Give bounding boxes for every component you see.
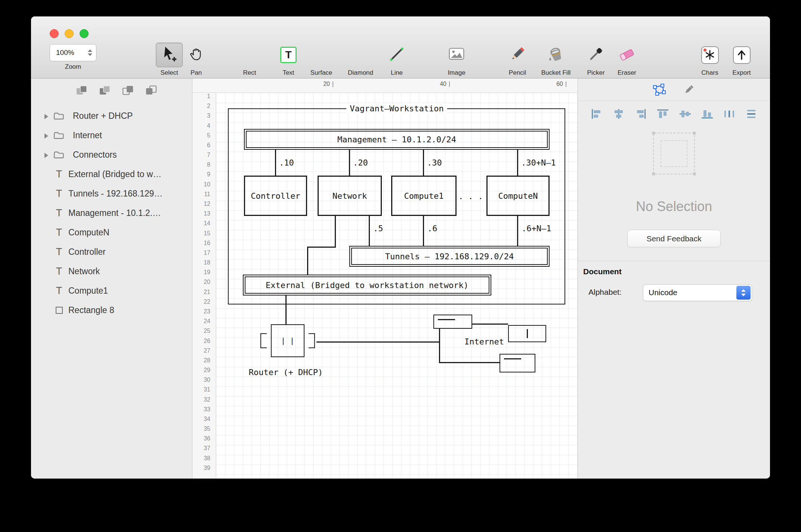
router-right-bracket	[309, 333, 315, 348]
window-controls	[50, 29, 89, 38]
bring-forward-icon[interactable]	[121, 84, 135, 96]
layer-item-router-dhcp[interactable]: Router + DHCP	[31, 106, 192, 126]
ip-label[interactable]: .6	[427, 223, 450, 233]
tool-bucket-fill-button[interactable]: Bucket Fill	[535, 43, 576, 77]
ip-label[interactable]: .5	[373, 223, 396, 233]
connector-line	[517, 150, 518, 176]
computen-box[interactable]: ComputeN	[486, 176, 550, 216]
ungroup-icon[interactable]	[98, 84, 112, 96]
tunnels-network-box[interactable]: Tunnels — 192.168.129.0/24	[349, 246, 550, 267]
layers-sidebar: Router + DHCPInternetConnectorsTExternal…	[31, 78, 192, 479]
send-backward-icon[interactable]	[145, 84, 158, 96]
tool-export-button[interactable]: Export	[726, 43, 757, 77]
zoom-control-group: 100% Zoom	[50, 44, 96, 71]
tool-label: Bucket Fill	[541, 69, 570, 77]
internet-label[interactable]: Internet	[456, 336, 512, 347]
folder-icon	[53, 131, 64, 141]
router-left-bracket	[260, 333, 267, 348]
ip-label[interactable]: .6+N—1	[522, 223, 566, 233]
tool-line-button[interactable]: Line	[381, 43, 412, 77]
layer-item-computen[interactable]: TComputeN	[31, 223, 192, 242]
layer-item-tunnels-192-168-129[interactable]: TTunnels - 192.168.129…	[31, 184, 192, 204]
internet-cloud-shape[interactable]	[433, 315, 472, 329]
ip-label[interactable]: .10	[279, 158, 320, 167]
disclosure-triangle-icon[interactable]	[44, 153, 48, 158]
zoom-window-button[interactable]	[80, 29, 89, 38]
controller-box[interactable]: Controller	[244, 176, 307, 216]
stepper-arrows-icon[interactable]	[88, 49, 92, 56]
tool-label: Surface	[310, 69, 333, 77]
tool-surface-button[interactable]: Surface	[306, 43, 337, 77]
align-left-icon[interactable]	[590, 108, 604, 120]
layer-item-network[interactable]: TNetwork	[31, 262, 192, 281]
group-icon[interactable]	[75, 84, 89, 96]
no-selection-illustration	[653, 133, 695, 174]
internet-cloud-shape[interactable]	[508, 325, 546, 342]
align-middle-vertical-icon[interactable]	[678, 108, 692, 120]
router-shape[interactable]: | |	[271, 324, 304, 357]
zoom-value: 100%	[56, 49, 88, 57]
tool-eraser-button[interactable]: Eraser	[611, 43, 643, 77]
layer-item-external-bridged-to-w[interactable]: TExternal (Bridged to w…	[31, 165, 192, 184]
tool-text-button[interactable]: TText	[273, 43, 304, 77]
tool-diamond-button[interactable]: Diamond	[345, 43, 376, 77]
layer-item-connectors[interactable]: Connectors	[31, 145, 192, 165]
layer-item-internet[interactable]: Internet	[31, 126, 192, 145]
tool-pan-button[interactable]: Pan	[180, 43, 212, 77]
connector-line	[517, 216, 518, 246]
connector-line	[316, 341, 440, 343]
layer-label: Compute1	[68, 286, 108, 296]
ip-label[interactable]: .30	[427, 158, 468, 167]
management-network-box[interactable]: Management — 10.1.2.0/24	[244, 129, 550, 150]
folder-icon	[53, 151, 64, 161]
alphabet-dropdown[interactable]: Unicode	[643, 284, 752, 301]
text-inspector-icon[interactable]	[681, 83, 697, 97]
toolbar: 100% Zoom SelectPanRectTTextSurfaceDiamo…	[31, 16, 770, 78]
layer-label: ComputeN	[68, 228, 109, 238]
tool-image-button[interactable]: Image	[441, 43, 472, 77]
disclosure-triangle-icon[interactable]	[44, 133, 48, 139]
connector-line	[275, 150, 276, 176]
layer-label: Connectors	[73, 150, 117, 160]
send-feedback-button[interactable]: Send Feedback	[627, 230, 721, 247]
layer-item-compute1[interactable]: TCompute1	[31, 281, 192, 301]
compute1-box[interactable]: Compute1	[391, 176, 457, 216]
tool-chars-button[interactable]: Chars	[694, 43, 726, 77]
minimize-window-button[interactable]	[65, 29, 74, 38]
tool-picker-button[interactable]: Picker	[580, 43, 612, 77]
tool-label: Select	[160, 69, 178, 77]
external-network-box[interactable]: External (Bridged to workstation network…	[243, 275, 491, 296]
ellipsis-label[interactable]: . . .	[450, 191, 491, 202]
align-bottom-icon[interactable]	[700, 108, 714, 120]
distribute-vertical-icon[interactable]	[744, 108, 758, 120]
text-layer-icon: T	[54, 168, 64, 180]
align-right-icon[interactable]	[634, 108, 648, 120]
disclosure-triangle-icon[interactable]	[44, 114, 48, 119]
text-layer-icon: T	[54, 285, 64, 297]
layer-item-controller[interactable]: TController	[31, 242, 192, 262]
zoom-stepper[interactable]: 100%	[50, 44, 96, 61]
layer-label: Management - 10.1.2.…	[68, 208, 161, 218]
ip-label[interactable]: .20	[353, 158, 394, 167]
canvas-area[interactable]: 204060 123456789101112131415161718192021…	[192, 78, 578, 479]
vagrant-workstation-title[interactable]: Vagrant—Workstation	[346, 103, 447, 114]
tool-rect-button[interactable]: Rect	[234, 43, 265, 77]
align-center-horizontal-icon[interactable]	[612, 108, 626, 120]
rectangle-layer-icon	[56, 307, 63, 314]
align-top-icon[interactable]	[656, 108, 670, 120]
internet-cloud-shape[interactable]	[500, 354, 535, 372]
alphabet-label: Alphabet:	[588, 288, 622, 297]
network-box[interactable]: Network	[318, 176, 382, 216]
distribute-horizontal-icon[interactable]	[722, 108, 736, 120]
router-label[interactable]: Router (+ DHCP)	[234, 367, 338, 377]
shape-inspector-icon[interactable]	[651, 83, 667, 97]
close-window-button[interactable]	[50, 29, 59, 38]
tool-label: Export	[732, 69, 751, 77]
tool-label: Line	[391, 69, 403, 77]
layer-item-management-10-1-2[interactable]: TManagement - 10.1.2.…	[31, 204, 192, 223]
tool-pencil-button[interactable]: Pencil	[502, 43, 533, 77]
ip-label[interactable]: .30+N—1	[521, 158, 570, 167]
tool-label: Pan	[191, 69, 202, 77]
layer-item-rectangle-8[interactable]: Rectangle 8	[31, 301, 192, 320]
layer-label: Router + DHCP	[73, 111, 133, 121]
